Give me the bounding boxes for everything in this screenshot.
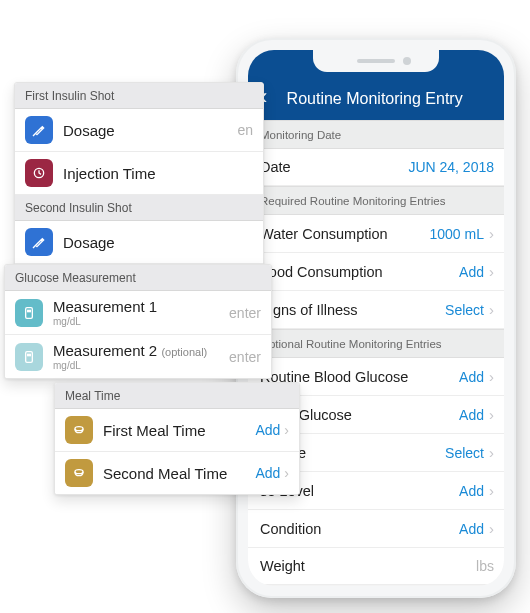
measurement-2-label: Measurement 2 (optional) mg/dL xyxy=(53,342,229,371)
chevron-right-icon: › xyxy=(489,482,494,499)
glucometer-icon xyxy=(15,343,43,371)
measurement-2-unit: mg/dL xyxy=(53,360,229,371)
weight-label: Weight xyxy=(260,558,476,574)
measurement-2-text: Measurement 2 xyxy=(53,342,157,359)
measurement-2-optional: (optional) xyxy=(161,346,207,358)
measurement-1-hint: enter xyxy=(229,305,261,321)
chevron-right-icon: › xyxy=(489,263,494,280)
date-row[interactable]: Date JUN 24, 2018 xyxy=(248,149,504,186)
illness-value: Select xyxy=(445,302,484,318)
measurement-1-label: Measurement 1 mg/dL xyxy=(53,298,229,327)
weight-value: lbs xyxy=(476,558,494,574)
phone-mockup: ‹ Routine Monitoring Entry Monitoring Da… xyxy=(236,38,516,598)
urine-glucose-value: Add xyxy=(459,407,484,423)
chevron-right-icon: › xyxy=(284,422,289,438)
measurement-2-row[interactable]: Measurement 2 (optional) mg/dL enter xyxy=(5,335,271,378)
water-value: 1000 mL xyxy=(430,226,484,242)
weight-row[interactable]: Weight lbs xyxy=(248,548,504,585)
glucometer-icon xyxy=(15,299,43,327)
blood-glucose-value: Add xyxy=(459,369,484,385)
second-meal-row[interactable]: Second Meal Time Add › xyxy=(55,452,299,494)
svg-rect-4 xyxy=(26,351,33,362)
svg-rect-5 xyxy=(27,353,31,356)
section-optional: Optional Routine Monitoring Entries xyxy=(248,329,504,358)
injection-time-row-1[interactable]: Injection Time xyxy=(15,152,263,195)
chevron-right-icon: › xyxy=(489,406,494,423)
phone-screen: ‹ Routine Monitoring Entry Monitoring Da… xyxy=(248,50,504,586)
clock-icon xyxy=(25,159,53,187)
illness-label: Signs of Illness xyxy=(260,302,445,318)
measurement-1-text: Measurement 1 xyxy=(53,298,157,315)
first-meal-label: First Meal Time xyxy=(103,422,255,439)
exercise-value: Add xyxy=(459,483,484,499)
first-meal-row[interactable]: First Meal Time Add › xyxy=(55,409,299,452)
ketone-value: Select xyxy=(445,445,484,461)
navbar-title: Routine Monitoring Entry xyxy=(257,90,492,108)
illness-row[interactable]: Signs of Illness Select › xyxy=(248,291,504,329)
bowl-icon xyxy=(65,459,93,487)
dosage-hint: en xyxy=(237,122,253,138)
water-row[interactable]: Water Consumption 1000 mL › xyxy=(248,215,504,253)
date-value: JUN 24, 2018 xyxy=(408,159,494,175)
dosage-row-2[interactable]: Dosage xyxy=(15,221,263,264)
syringe-icon xyxy=(25,116,53,144)
condition-row[interactable]: Condition Add › xyxy=(248,510,504,548)
footnote-text: Do you need to build a glucose curve? Pe… xyxy=(248,585,504,586)
section-second-insulin: Second Insulin Shot xyxy=(15,195,263,221)
chevron-right-icon: › xyxy=(489,225,494,242)
dosage-row-1[interactable]: Dosage en xyxy=(15,109,263,152)
chevron-right-icon: › xyxy=(489,301,494,318)
dosage-label: Dosage xyxy=(63,234,253,251)
first-meal-add[interactable]: Add xyxy=(255,422,280,438)
food-row[interactable]: Food Consumption Add › xyxy=(248,253,504,291)
water-label: Water Consumption xyxy=(260,226,430,242)
measurement-1-row[interactable]: Measurement 1 mg/dL enter xyxy=(5,291,271,335)
condition-label: Condition xyxy=(260,521,459,537)
measurement-2-hint: enter xyxy=(229,349,261,365)
section-monitoring-date: Monitoring Date xyxy=(248,120,504,149)
chevron-right-icon: › xyxy=(489,444,494,461)
section-meal: Meal Time xyxy=(55,383,299,409)
chevron-right-icon: › xyxy=(489,520,494,537)
glucose-panel: Glucose Measurement Measurement 1 mg/dL … xyxy=(4,264,272,379)
svg-point-6 xyxy=(75,427,83,431)
condition-value: Add xyxy=(459,521,484,537)
chevron-right-icon: › xyxy=(284,465,289,481)
injection-time-label: Injection Time xyxy=(63,165,253,182)
section-required: Required Routine Monitoring Entries xyxy=(248,186,504,215)
phone-notch xyxy=(313,50,439,72)
measurement-1-unit: mg/dL xyxy=(53,316,229,327)
food-label: Food Consumption xyxy=(260,264,459,280)
food-value: Add xyxy=(459,264,484,280)
svg-rect-3 xyxy=(27,309,31,312)
chevron-right-icon: › xyxy=(489,368,494,385)
section-glucose: Glucose Measurement xyxy=(5,265,271,291)
second-meal-label: Second Meal Time xyxy=(103,465,255,482)
syringe-icon xyxy=(25,228,53,256)
svg-rect-2 xyxy=(26,307,33,318)
svg-point-7 xyxy=(75,470,83,474)
meal-panel: Meal Time First Meal Time Add › Second M… xyxy=(54,382,300,495)
bowl-icon xyxy=(65,416,93,444)
date-label: Date xyxy=(260,159,408,175)
dosage-label: Dosage xyxy=(63,122,237,139)
second-meal-add[interactable]: Add xyxy=(255,465,280,481)
section-first-insulin: First Insulin Shot xyxy=(15,83,263,109)
scroll-area[interactable]: Monitoring Date Date JUN 24, 2018 Requir… xyxy=(248,120,504,586)
